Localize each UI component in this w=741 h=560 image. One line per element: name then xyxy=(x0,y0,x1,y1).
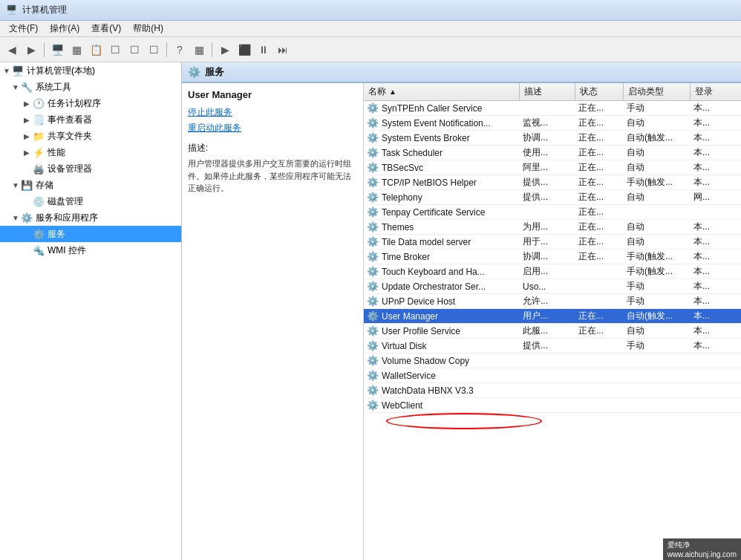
service-row[interactable]: ⚙️Themes为用...正在...自动本... xyxy=(364,220,741,235)
service-startup-cell: 自动(触发... xyxy=(624,131,691,145)
menu-item-a[interactable]: 操作(A) xyxy=(44,21,85,36)
sidebar-item-storage[interactable]: ▼ 💾 存储 xyxy=(0,177,181,193)
service-login-cell xyxy=(691,368,741,382)
menu-bar: 文件(F)操作(A)查看(V)帮助(H) xyxy=(0,21,741,37)
sidebar-item-system-tools[interactable]: ▼ 🔧 系统工具 xyxy=(0,79,181,95)
sidebar-item-services[interactable]: ⚙️ 服务 xyxy=(0,226,181,242)
storage-arrow: ▼ xyxy=(12,181,21,189)
pause-button[interactable]: ⏸ xyxy=(255,41,272,59)
service-name-text: WatchData HBNX V3.3 xyxy=(382,385,474,396)
help-button[interactable]: ? xyxy=(171,41,189,59)
services-list[interactable]: 名称 ▲ 描述 状态 启动类型 登录 xyxy=(364,83,741,560)
service-startup-cell: 自动 xyxy=(624,220,691,234)
service-name-text: System Events Broker xyxy=(382,133,470,143)
service-login-cell xyxy=(691,205,741,219)
storage-icon: 💾 xyxy=(21,179,33,191)
sidebar-item-services-apps[interactable]: ▼ ⚙️ 服务和应用程序 xyxy=(0,209,181,226)
forward-button[interactable]: ▶ xyxy=(22,41,40,59)
service-row[interactable]: ⚙️Tenpay Certificate Service正在... xyxy=(364,205,741,220)
toolbar-panel-icon[interactable]: ▦ xyxy=(190,41,208,59)
service-row[interactable]: ⚙️Virtual Disk提供...手动本... xyxy=(364,339,741,354)
service-status-cell: 正在... xyxy=(575,146,624,160)
col-login-header[interactable]: 登录 xyxy=(691,83,741,100)
sidebar-item-performance[interactable]: ▶ ⚡ 性能 xyxy=(0,144,181,160)
service-row[interactable]: ⚙️TBSecSvc阿里...正在...自动本... xyxy=(364,160,741,175)
root-icon: 🖥️ xyxy=(12,65,24,76)
service-login-cell: 本... xyxy=(691,131,741,145)
stop-service-link[interactable]: 停止此服务 xyxy=(188,106,357,119)
system-tools-arrow: ▼ xyxy=(12,83,21,91)
task-scheduler-icon: 🕐 xyxy=(33,97,45,109)
toolbar-box1-icon[interactable]: ☐ xyxy=(106,41,124,59)
event-viewer-arrow: ▶ xyxy=(24,116,33,124)
root-arrow: ▼ xyxy=(3,67,12,75)
step-button[interactable]: ⏭ xyxy=(274,41,292,59)
toolbar-grid-icon[interactable]: ▦ xyxy=(68,41,85,59)
back-button[interactable]: ◀ xyxy=(3,41,21,59)
service-login-cell: 本... xyxy=(691,279,741,293)
service-name-text: Themes xyxy=(382,222,414,232)
sidebar-item-wmi[interactable]: 🔩 WMI 控件 xyxy=(0,242,181,258)
toolbar-computer-icon[interactable]: 🖥️ xyxy=(48,41,66,59)
col-status-header[interactable]: 状态 xyxy=(575,83,624,100)
col-name-header[interactable]: 名称 ▲ xyxy=(364,83,520,100)
col-desc-header[interactable]: 描述 xyxy=(520,83,575,100)
service-name-cell: ⚙️User Manager xyxy=(364,309,520,323)
sidebar-item-disk-management[interactable]: 💿 磁盘管理 xyxy=(0,193,181,209)
menu-item-f[interactable]: 文件(F) xyxy=(3,21,44,36)
toolbar-separator-3 xyxy=(212,42,212,57)
service-row[interactable]: ⚙️Tile Data model server用于...正在...自动本... xyxy=(364,235,741,250)
service-name-cell: ⚙️WatchData HBNX V3.3 xyxy=(364,383,520,397)
services-apps-icon: ⚙️ xyxy=(21,212,33,224)
service-name-text: Task Scheduler xyxy=(382,148,443,158)
service-desc-cell: 此服... xyxy=(520,324,575,338)
service-name-text: Virtual Disk xyxy=(382,341,426,351)
sidebar-item-shared-folders[interactable]: ▶ 📁 共享文件夹 xyxy=(0,128,181,144)
service-name-cell: ⚙️Update Orchestrator Ser... xyxy=(364,279,520,293)
sidebar-item-device-manager[interactable]: 🖨️ 设备管理器 xyxy=(0,160,181,177)
service-row[interactable]: ⚙️SynTPEnh Caller Service正在...手动本... xyxy=(364,101,741,116)
play-button[interactable]: ▶ xyxy=(216,41,234,59)
toolbar-doc-icon[interactable]: 📋 xyxy=(87,41,105,59)
menu-item-v[interactable]: 查看(V) xyxy=(85,21,127,36)
service-login-cell: 网... xyxy=(691,190,741,204)
system-tools-label: 系统工具 xyxy=(36,81,71,94)
service-row[interactable]: ⚙️User Manager用户...正在...自动(触发...本... xyxy=(364,309,741,324)
service-row[interactable]: ⚙️WalletService xyxy=(364,368,741,383)
service-icon: ⚙️ xyxy=(367,325,379,336)
service-status-cell xyxy=(575,294,624,308)
service-row[interactable]: ⚙️User Profile Service此服...正在...自动本... xyxy=(364,324,741,339)
service-icon: ⚙️ xyxy=(367,162,379,173)
service-status-cell xyxy=(575,279,624,293)
service-name-text: TBSecSvc xyxy=(382,163,423,173)
service-rows-container: ⚙️SynTPEnh Caller Service正在...手动本...⚙️Sy… xyxy=(364,101,741,413)
service-row[interactable]: ⚙️Task Scheduler使用...正在...自动本... xyxy=(364,146,741,160)
service-row[interactable]: ⚙️UPnP Device Host允许...手动本... xyxy=(364,294,741,309)
tree-root[interactable]: ▼ 🖥️ 计算机管理(本地) xyxy=(0,62,181,79)
service-icon: ⚙️ xyxy=(367,296,379,307)
menu-item-h[interactable]: 帮助(H) xyxy=(127,21,169,36)
service-row[interactable]: ⚙️Update Orchestrator Ser...Uso...手动本... xyxy=(364,279,741,294)
service-desc-cell: 用于... xyxy=(520,235,575,249)
service-row[interactable]: ⚙️WatchData HBNX V3.3 xyxy=(364,383,741,398)
service-row[interactable]: ⚙️Time Broker协调...正在...手动(触发...本... xyxy=(364,250,741,264)
toolbar-box3-icon[interactable]: ☐ xyxy=(145,41,163,59)
service-row[interactable]: ⚙️WebClient xyxy=(364,398,741,413)
service-row[interactable]: ⚙️TCP/IP NetBIOS Helper提供...正在...手动(触发..… xyxy=(364,175,741,190)
service-icon: ⚙️ xyxy=(367,340,379,351)
stop-button[interactable]: ⬛ xyxy=(235,41,253,59)
service-row[interactable]: ⚙️Touch Keyboard and Ha...启用...手动(触发...本… xyxy=(364,264,741,279)
col-startup-header[interactable]: 启动类型 xyxy=(624,83,691,100)
service-row[interactable]: ⚙️System Event Notification...监视...正在...… xyxy=(364,116,741,131)
service-login-cell: 本... xyxy=(691,101,741,115)
sidebar-item-task-scheduler[interactable]: ▶ 🕐 任务计划程序 xyxy=(0,95,181,111)
service-row[interactable]: ⚙️Telephony提供...正在...自动网... xyxy=(364,190,741,205)
service-login-cell: 本... xyxy=(691,339,741,353)
service-row[interactable]: ⚙️Volume Shadow Copy xyxy=(364,354,741,368)
toolbar-box2-icon[interactable]: ☐ xyxy=(125,41,143,59)
service-row[interactable]: ⚙️System Events Broker协调...正在...自动(触发...… xyxy=(364,131,741,146)
restart-service-link[interactable]: 重启动此服务 xyxy=(188,122,357,134)
service-name-text: Touch Keyboard and Ha... xyxy=(382,267,485,277)
service-login-cell: 本... xyxy=(691,146,741,160)
sidebar-item-event-viewer[interactable]: ▶ 🗒️ 事件查看器 xyxy=(0,111,181,128)
